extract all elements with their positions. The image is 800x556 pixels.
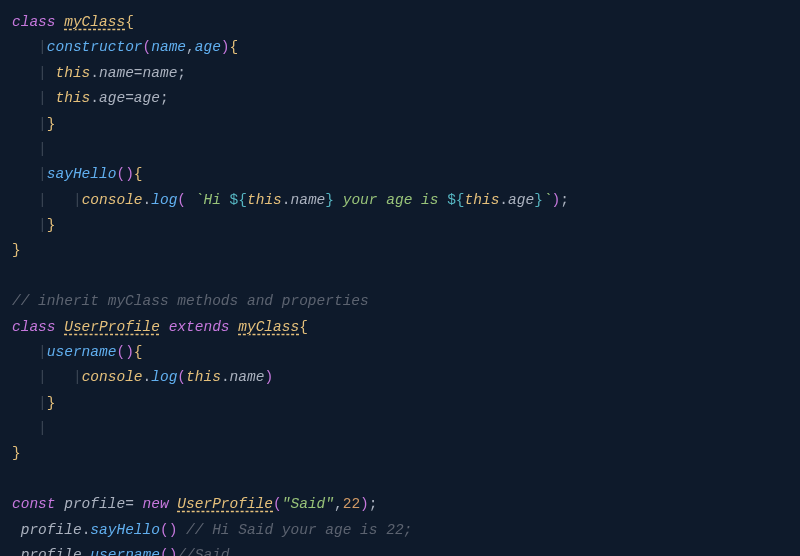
code-line: |username(){ [12, 344, 143, 360]
class-name: UserProfile [64, 319, 160, 335]
code-line: class UserProfile extends myClass{ [12, 319, 308, 335]
code-line: } [12, 445, 21, 461]
code-line: profile.username()//Said [12, 547, 230, 556]
class-name: UserProfile [177, 496, 273, 512]
code-line: | this.age=age; [12, 90, 169, 106]
code-line [12, 268, 21, 284]
code-line: |constructor(name,age){ [12, 39, 238, 55]
comment-line: // inherit myClass methods and propertie… [12, 293, 369, 309]
code-line: | |console.log( `Hi ${this.name} your ag… [12, 192, 569, 208]
code-line: | this.name=name; [12, 65, 186, 81]
code-line: |} [12, 116, 56, 132]
code-line: class myClass{ [12, 14, 134, 30]
code-line: | |console.log(this.name) [12, 369, 273, 385]
code-line: | [12, 141, 47, 157]
code-line [12, 471, 21, 487]
code-line: profile.sayHello() // Hi Said your age i… [12, 522, 412, 538]
code-line: const profile= new UserProfile("Said",22… [12, 496, 378, 512]
code-line: |} [12, 395, 56, 411]
code-line: |} [12, 217, 56, 233]
code-line: | [12, 420, 47, 436]
class-name: myClass [64, 14, 125, 30]
class-name-base: myClass [238, 319, 299, 335]
code-line: } [12, 242, 21, 258]
code-snippet: class myClass{ |constructor(name,age){ |… [0, 0, 800, 556]
code-line: |sayHello(){ [12, 166, 143, 182]
